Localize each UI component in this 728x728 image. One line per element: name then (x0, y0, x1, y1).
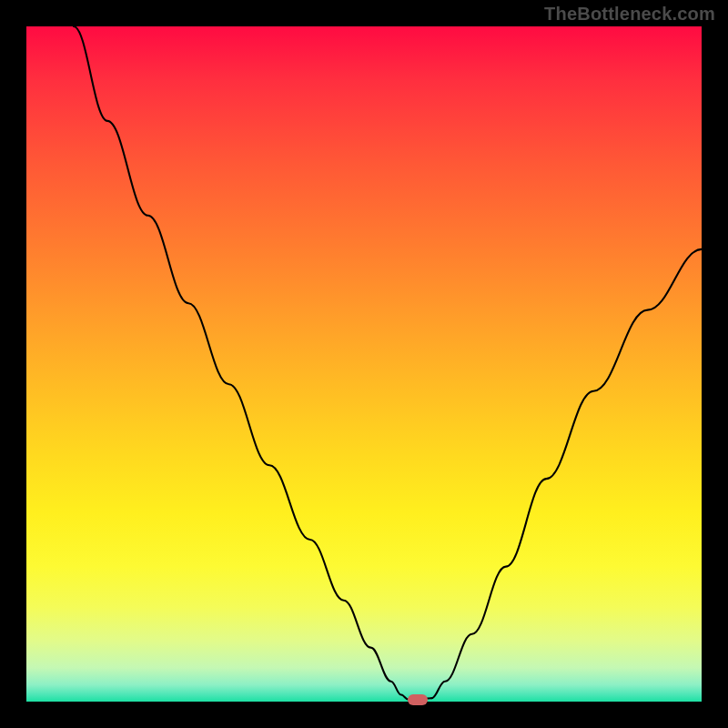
curve-left-path (74, 26, 409, 700)
watermark-text: TheBottleneck.com (544, 4, 715, 25)
bottleneck-curve (26, 26, 702, 702)
chart-frame: TheBottleneck.com (0, 0, 728, 728)
plot-area (26, 26, 702, 702)
curve-right-path (431, 249, 702, 698)
optimum-marker (408, 694, 428, 705)
